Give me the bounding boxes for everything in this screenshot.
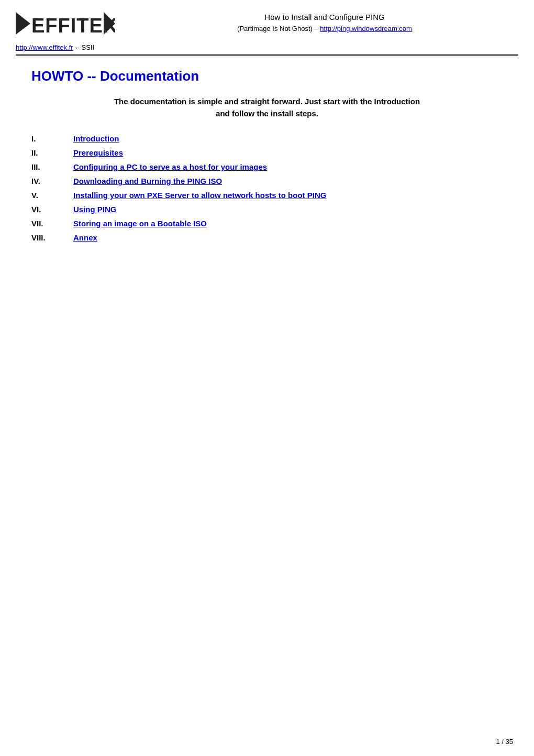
ping-url-label: http://ping.windowsdream.com xyxy=(320,25,412,32)
toc-link[interactable]: Introduction xyxy=(73,134,119,143)
toc-number: VII. xyxy=(31,219,73,228)
toc-link[interactable]: Downloading and Burning the PING ISO xyxy=(73,177,222,185)
svg-text:EFFITEK: EFFITEK xyxy=(31,15,115,37)
toc-item: III.Configuring a PC to serve as a host … xyxy=(31,162,503,171)
toc-item: I.Introduction xyxy=(31,134,503,143)
toc-number: III. xyxy=(31,162,73,171)
toc-link[interactable]: Using PING xyxy=(73,205,117,214)
toc-item: V.Installing your own PXE Server to allo… xyxy=(31,191,503,200)
title-line2-text: (Partimage Is Not Ghost) – xyxy=(237,25,320,32)
toc-number: VI. xyxy=(31,205,73,214)
ssii-label: -- SSII xyxy=(75,43,94,51)
header-website-line: http://www.effitek.fr -- SSII xyxy=(0,42,534,54)
logo-area: EFFITEK xyxy=(16,9,131,38)
svg-marker-0 xyxy=(16,12,30,35)
toc-link[interactable]: Configuring a PC to serve as a host for … xyxy=(73,162,267,171)
header-subtitle: (Partimage Is Not Ghost) – http://ping.w… xyxy=(237,25,412,32)
toc-item: VIII.Annex xyxy=(31,233,503,242)
toc-link[interactable]: Prerequisites xyxy=(73,148,123,157)
toc-item: VI.Using PING xyxy=(31,205,503,214)
page-footer: 1 / 35 xyxy=(496,738,513,746)
toc-link[interactable]: Annex xyxy=(73,233,97,242)
header-title: How to Install and Configure PING (Parti… xyxy=(131,12,518,34)
toc-link[interactable]: Storing an image on a Bootable ISO xyxy=(73,219,207,228)
toc-link[interactable]: Installing your own PXE Server to allow … xyxy=(73,191,326,200)
toc-number: I. xyxy=(31,134,73,143)
toc-item: II.Prerequisites xyxy=(31,148,503,157)
toc-number: VIII. xyxy=(31,233,73,242)
toc-number: V. xyxy=(31,191,73,200)
page-heading: HOWTO -- Documentation xyxy=(31,68,503,84)
effitek-url-label: http://www.effitek.fr xyxy=(16,43,73,51)
page-number: 1 / 35 xyxy=(496,738,513,746)
toc-number: II. xyxy=(31,148,73,157)
effitek-logo: EFFITEK xyxy=(16,9,115,38)
page-container: EFFITEK How to Install and Configure PIN… xyxy=(0,0,534,756)
table-of-contents: I.IntroductionII.PrerequisitesIII.Config… xyxy=(31,134,503,242)
header-right: How to Install and Configure PING (Parti… xyxy=(131,9,518,34)
toc-item: IV.Downloading and Burning the PING ISO xyxy=(31,177,503,185)
title-line1: How to Install and Configure PING xyxy=(264,13,384,21)
toc-number: IV. xyxy=(31,177,73,185)
header: EFFITEK How to Install and Configure PIN… xyxy=(0,0,534,42)
intro-paragraph: The documentation is simple and straight… xyxy=(31,96,503,119)
main-content: HOWTO -- Documentation The documentation… xyxy=(0,56,534,268)
effitek-link[interactable]: http://www.effitek.fr xyxy=(16,43,73,51)
ping-url-link[interactable]: http://ping.windowsdream.com xyxy=(320,25,412,32)
toc-item: VII.Storing an image on a Bootable ISO xyxy=(31,219,503,228)
